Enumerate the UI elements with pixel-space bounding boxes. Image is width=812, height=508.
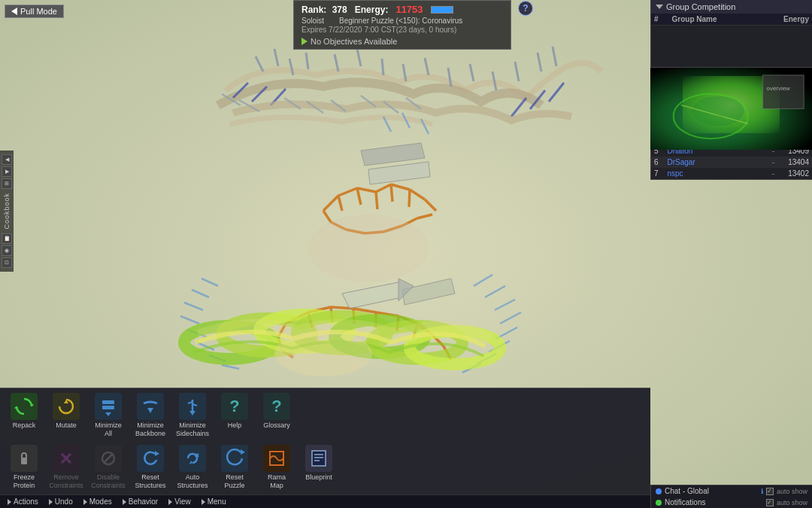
svg-point-90	[335, 320, 425, 353]
svg-line-14	[538, 53, 541, 71]
auto-show-checkbox-chat[interactable]: ✓	[766, 488, 774, 495]
svg-line-28	[383, 102, 398, 113]
sidebar-icon-6[interactable]: ⊡	[2, 257, 12, 268]
reset-structures-icon	[137, 445, 164, 472]
notifications-row: Notifications ✓ auto show	[651, 497, 812, 508]
tool-freeze-protein[interactable]: FreezeProtein	[5, 443, 44, 491]
tool-auto-structures[interactable]: AutoStructures	[173, 443, 212, 491]
behavior-triangle-icon	[123, 499, 126, 505]
auto-show-label-notif: auto show	[777, 499, 807, 506]
group-col-rank: #	[651, 14, 669, 26]
pull-arrow-icon	[11, 8, 17, 15]
soloist-current: -	[735, 168, 777, 179]
minimize-all-label: MinimizeAll	[95, 421, 122, 438]
tool-disable-constraints[interactable]: DisableConstraints	[89, 443, 128, 491]
auto-structures-label: AutoStructures	[177, 473, 208, 490]
svg-line-20	[530, 90, 545, 109]
repack-label: Repack	[13, 421, 36, 430]
soloist-name[interactable]: nspc	[664, 168, 735, 179]
svg-line-70	[180, 316, 199, 324]
modes-label: Modes	[89, 497, 112, 506]
pull-mode-button[interactable]: Pull Mode	[5, 5, 64, 18]
tool-minimize-sidechains[interactable]: MinimizeSidechains	[173, 391, 212, 440]
sidebar-icon-2[interactable]: ▶	[2, 166, 12, 177]
soloist-rank: 6	[651, 157, 664, 168]
svg-line-50	[308, 307, 331, 312]
svg-line-22	[222, 94, 241, 105]
svg-line-43	[417, 214, 432, 218]
svg-line-118	[104, 454, 113, 463]
tool-rama-map[interactable]: RamaMap	[257, 443, 296, 491]
chat-label: Chat - Global	[665, 487, 709, 495]
svg-point-86	[184, 326, 274, 359]
svg-line-6	[357, 49, 361, 66]
svg-line-72	[197, 342, 214, 350]
tool-help[interactable]: ? Help	[215, 391, 254, 431]
info-icon[interactable]: ℹ	[761, 488, 763, 495]
tool-blueprint[interactable]: Blueprint	[299, 443, 338, 483]
disable-constraints-icon	[95, 445, 122, 472]
help-icon: ?	[221, 393, 248, 420]
glossary-label: Glossary	[263, 421, 290, 430]
tool-remove-constraints[interactable]: RemoveConstraints	[47, 443, 86, 491]
menu-undo[interactable]: Undo	[44, 497, 77, 506]
rank-value: 378	[332, 5, 347, 15]
menu-menu[interactable]: Menu	[197, 497, 231, 506]
svg-line-45	[357, 188, 361, 205]
svg-line-42	[402, 218, 417, 226]
svg-line-44	[338, 196, 342, 211]
soloist-best: 13404	[777, 157, 812, 168]
tool-reset-structures[interactable]: ResetStructures	[131, 443, 170, 491]
rama-map-label: RamaMap	[268, 473, 286, 490]
svg-line-63	[353, 309, 354, 324]
sidebar-icon-3[interactable]: ⊞	[2, 178, 12, 189]
svg-marker-93	[342, 282, 402, 309]
svg-line-79	[496, 327, 517, 339]
tool-glossary[interactable]: ? Glossary	[257, 391, 296, 431]
sidebar-icon-4[interactable]: 📋	[2, 233, 12, 244]
tool-minimize-all[interactable]: MinimizeAll	[89, 391, 128, 440]
svg-marker-113	[189, 411, 195, 415]
tool-mutate[interactable]: Mutate	[47, 391, 86, 431]
svg-point-89	[297, 316, 387, 349]
tool-reset-puzzle[interactable]: ResetPuzzle	[215, 443, 254, 491]
menu-actions[interactable]: Actions	[3, 497, 43, 506]
svg-line-47	[391, 184, 392, 202]
soloist-table-row: 6 DrSagar - 13404	[651, 157, 812, 168]
blueprint-icon	[305, 445, 332, 472]
sidebar-icon-5[interactable]: ◉	[2, 245, 12, 256]
auto-show-checkbox-notif[interactable]: ✓	[766, 499, 774, 506]
auto-show-label-chat: auto show	[777, 488, 807, 495]
svg-line-27	[361, 96, 376, 107]
svg-line-69	[184, 303, 203, 310]
tool-repack[interactable]: Repack	[5, 391, 44, 431]
freeze-protein-icon	[11, 445, 38, 472]
minimap-image: overview	[650, 68, 812, 150]
bottom-right-panel: Chat - Global ℹ ✓ auto show Notification…	[650, 485, 812, 508]
sidebar-icon-1[interactable]: ◀	[2, 154, 12, 165]
menu-behavior[interactable]: Behavior	[118, 497, 162, 506]
svg-line-34	[391, 184, 410, 190]
tool-minimize-backbone[interactable]: MinimizeBackbone	[131, 391, 170, 440]
reset-puzzle-icon	[221, 445, 248, 472]
svg-line-51	[331, 307, 353, 309]
svg-line-61	[308, 312, 312, 327]
svg-rect-101	[763, 75, 804, 109]
help-button[interactable]: ?	[518, 1, 533, 16]
svg-line-36	[425, 199, 436, 211]
svg-point-98	[692, 96, 744, 126]
remove-constraints-icon	[53, 445, 80, 472]
soloist-table-row: 7 nspc - 13402	[651, 168, 812, 179]
group-competition-header[interactable]: Group Competition	[651, 0, 812, 14]
menu-view[interactable]: View	[164, 497, 195, 506]
svg-line-9	[425, 58, 429, 75]
pull-mode-label: Pull Mode	[20, 7, 57, 16]
soloist-name[interactable]: DrSagar	[664, 157, 735, 168]
menu-modes[interactable]: Modes	[79, 497, 117, 506]
minimap[interactable]: overview	[650, 67, 812, 150]
svg-line-59	[278, 337, 282, 350]
actions-triangle-icon	[8, 499, 11, 505]
svg-line-77	[495, 300, 515, 310]
svg-point-88	[259, 315, 350, 348]
chat-left: Chat - Global	[656, 487, 709, 495]
